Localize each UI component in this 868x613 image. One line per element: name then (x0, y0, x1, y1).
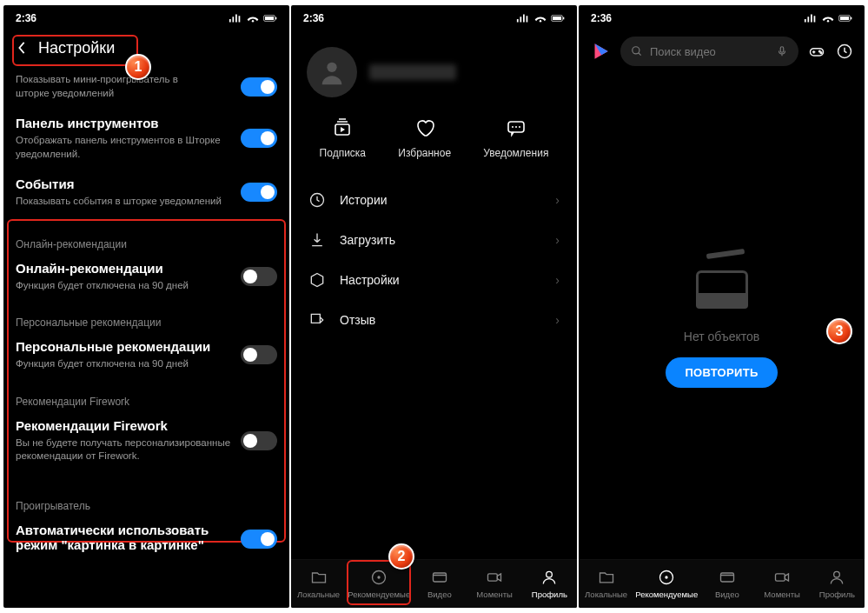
svg-rect-7 (563, 17, 564, 20)
toggle-firework-recs[interactable] (241, 431, 277, 450)
svg-rect-6 (553, 17, 561, 20)
svg-point-15 (519, 126, 520, 128)
nav-video[interactable]: Видео (412, 565, 467, 603)
status-time: 2:36 (591, 12, 612, 24)
status-icons (804, 13, 852, 23)
toggle-events[interactable] (241, 183, 277, 202)
step-badge-2: 2 (388, 543, 414, 570)
username-blurred (369, 64, 456, 80)
empty-illustration-icon (687, 246, 757, 316)
svg-point-33 (666, 576, 668, 578)
chevron-right-icon: › (555, 233, 560, 247)
triple-favorites[interactable]: Избранное (398, 117, 451, 159)
svg-rect-19 (433, 573, 446, 582)
nav-label: Моменты (476, 590, 513, 599)
status-bar: 2:36 (579, 5, 865, 31)
edit-icon (308, 311, 326, 329)
svg-point-21 (547, 571, 553, 577)
menu-list: Истории › Загрузить › Настройки › Отзыв … (291, 177, 577, 343)
setting-title: События (16, 177, 222, 191)
setting-desc: Показывать мини-проигрыватель в шторке у… (16, 73, 207, 100)
nav-local[interactable]: Локальные (579, 565, 633, 603)
status-bar: 2:36 (291, 5, 577, 31)
mi-video-logo-icon (589, 40, 612, 63)
top-bar: Поиск видео (579, 31, 865, 75)
setting-title: Панель инструментов (16, 116, 232, 130)
triple-row: Подписка Избранное Уведомления (291, 110, 577, 177)
setting-online-recs[interactable]: Онлайн-рекомендации Функция будет отключ… (16, 254, 277, 302)
menu-label: Истории (340, 193, 388, 207)
triple-label: Уведомления (483, 147, 548, 159)
nav-label: Моменты (764, 590, 800, 599)
toggle-online-recs[interactable] (241, 267, 277, 286)
step-badge-3: 3 (826, 318, 852, 344)
setting-events[interactable]: События Показывать события в шторке увед… (16, 170, 277, 217)
menu-download[interactable]: Загрузить › (298, 220, 570, 260)
nav-profile[interactable]: Профиль (522, 565, 577, 603)
profile-row[interactable] (291, 40, 577, 110)
section-personal-recs: Персональные рекомендации (16, 301, 277, 332)
screen-recommended: 2:36 Поиск видео Нет объектов ПОВТОРИТЬ … (579, 5, 865, 608)
setting-title: Рекомендации Firework (16, 418, 232, 433)
nav-label: Профиль (819, 590, 855, 599)
toggle-toolbar[interactable] (241, 129, 277, 148)
clock-icon[interactable] (835, 42, 854, 61)
heart-icon (412, 117, 438, 139)
status-icons (229, 13, 277, 23)
nav-recommended[interactable]: Рекомендуемые (346, 565, 412, 603)
section-online-recs: Онлайн-рекомендации (16, 223, 277, 254)
svg-point-8 (327, 63, 336, 72)
gamepad-icon[interactable] (807, 42, 826, 61)
nav-local[interactable]: Локальные (291, 565, 346, 603)
status-time: 2:36 (303, 12, 324, 24)
nav-moments[interactable]: Моменты (467, 565, 521, 603)
chevron-right-icon: › (555, 193, 560, 207)
menu-feedback[interactable]: Отзыв › (298, 300, 570, 340)
empty-text: Нет объектов (684, 330, 759, 343)
svg-rect-3 (275, 17, 276, 20)
setting-firework-recs[interactable]: Рекомендации Firework Вы не будете получ… (16, 411, 277, 472)
subscribe-icon (329, 117, 355, 139)
chevron-right-icon: › (555, 313, 560, 327)
svg-rect-34 (720, 573, 733, 582)
nav-video[interactable]: Видео (699, 565, 754, 603)
triple-notifications[interactable]: Уведомления (483, 117, 548, 159)
setting-desc: Вы не будете получать персонализированны… (16, 436, 232, 463)
clock-icon (308, 191, 326, 209)
menu-label: Отзыв (340, 313, 375, 327)
svg-point-30 (820, 52, 822, 54)
setting-pip[interactable]: Автоматически использовать режим "картин… (16, 516, 277, 556)
svg-point-14 (515, 126, 517, 128)
nav-label: Профиль (532, 590, 567, 599)
status-time: 2:36 (16, 12, 36, 24)
setting-personal-recs[interactable]: Персональные рекомендации Функция будет … (16, 332, 277, 380)
menu-settings[interactable]: Настройки › (298, 260, 570, 300)
nav-recommended[interactable]: Рекомендуемые (633, 565, 699, 603)
nav-profile[interactable]: Профиль (810, 565, 865, 603)
mic-icon (776, 45, 788, 57)
setting-toolbar[interactable]: Панель инструментов Отображать панель ин… (16, 109, 277, 170)
menu-history[interactable]: Истории › (298, 180, 570, 220)
svg-rect-35 (776, 574, 785, 581)
svg-point-13 (512, 126, 514, 128)
nav-moments[interactable]: Моменты (754, 565, 809, 603)
toggle-pip[interactable] (241, 530, 277, 549)
svg-point-0 (252, 20, 254, 22)
screen-settings: 2:36 Настройки 1 Показывать мини-проигры… (3, 5, 289, 608)
svg-point-4 (540, 20, 541, 22)
toggle-miniplayer[interactable] (241, 77, 277, 97)
back-icon[interactable] (12, 38, 31, 57)
svg-rect-25 (851, 17, 851, 20)
triple-subscribe[interactable]: Подписка (320, 117, 366, 159)
empty-state: Нет объектов ПОВТОРИТЬ (579, 75, 865, 559)
nav-label: Видео (715, 590, 739, 599)
setting-title: Автоматически использовать режим "картин… (16, 523, 232, 552)
triple-label: Подписка (320, 147, 366, 159)
svg-point-22 (827, 20, 829, 22)
search-input[interactable]: Поиск видео (620, 37, 798, 66)
profile-body: Подписка Избранное Уведомления Истории ›… (291, 31, 577, 608)
toggle-personal-recs[interactable] (241, 345, 277, 364)
menu-label: Загрузить (340, 233, 395, 247)
svg-point-36 (834, 571, 840, 577)
retry-button[interactable]: ПОВТОРИТЬ (666, 357, 777, 388)
